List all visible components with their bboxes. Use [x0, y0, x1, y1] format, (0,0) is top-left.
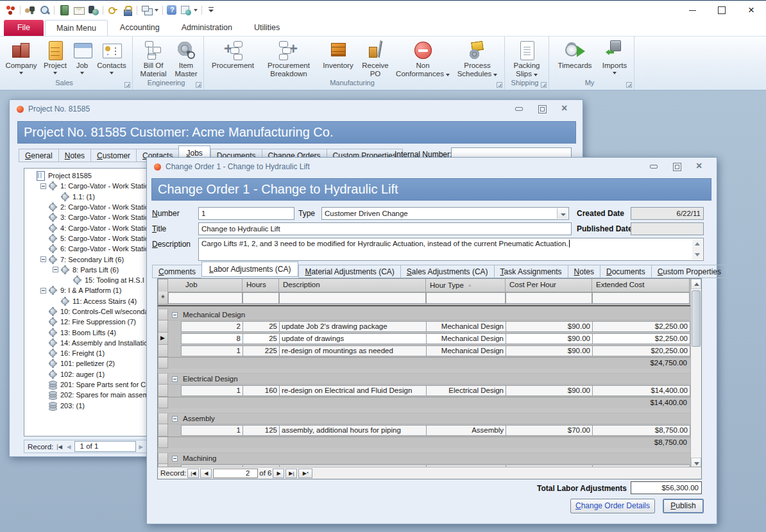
- grid-new-row[interactable]: [158, 292, 701, 304]
- ribbon-button[interactable]: Item Master: [171, 38, 201, 78]
- cell-cost-per-hour[interactable]: [506, 292, 592, 304]
- grid-row[interactable]: 1 160 re-design on Electrical and Fluid …: [158, 385, 701, 397]
- tab-comments[interactable]: Comments: [152, 265, 201, 278]
- menu-tab-accounting[interactable]: Accounting: [109, 20, 171, 36]
- help-icon[interactable]: [167, 5, 176, 15]
- tab-task-assignments[interactable]: Task Assignments: [494, 265, 568, 278]
- cell-hour-type[interactable]: Mechanical Design: [426, 333, 506, 344]
- cell-hour-type[interactable]: Assembly: [426, 425, 506, 436]
- collapse-group-icon[interactable]: [172, 376, 178, 382]
- tab-sales-adjustments-ca[interactable]: Sales Adjustments (CA): [400, 265, 494, 278]
- grid-group-header[interactable]: Machining: [158, 453, 701, 464]
- tab-custom-properties[interactable]: Custom Properties: [651, 265, 728, 278]
- collapse-group-icon[interactable]: [172, 312, 178, 318]
- tab-documents[interactable]: Documents: [600, 265, 651, 278]
- key-icon[interactable]: [107, 4, 118, 15]
- grid-row[interactable]: 8 25 update of drawings Mechanical Desig…: [158, 333, 701, 345]
- dropdown-arrow-icon[interactable]: [194, 9, 198, 12]
- ribbon-button[interactable]: Contacts: [94, 38, 130, 74]
- grid-group-header[interactable]: Electrical Design: [158, 374, 701, 385]
- search-icon[interactable]: [39, 4, 50, 15]
- window-manager-icon[interactable]: [141, 4, 152, 15]
- file-tab[interactable]: File: [4, 20, 44, 36]
- grid-row[interactable]: 1 225 re-design of mountings as needed M…: [158, 345, 701, 357]
- grid-vertical-scrollbar[interactable]: [690, 279, 701, 467]
- restore-icon[interactable]: [537, 104, 547, 113]
- column-header-job[interactable]: Job: [168, 279, 243, 292]
- ribbon-button[interactable]: Procurement: [207, 38, 259, 70]
- title-field[interactable]: Change to Hydraulic Lift: [198, 222, 572, 235]
- chevron-down-icon[interactable]: [557, 208, 568, 219]
- first-record-icon[interactable]: |◀: [55, 444, 64, 450]
- row-selector[interactable]: [158, 320, 168, 333]
- cell-extended-cost[interactable]: $2,250.00: [592, 321, 690, 332]
- minimize-icon[interactable]: [649, 162, 658, 170]
- grid-row[interactable]: 1 125 assembly, additional hours for pip…: [158, 424, 701, 436]
- grid-row[interactable]: 2 25 update Job 2's drawing package Mech…: [158, 320, 701, 333]
- row-selector[interactable]: [158, 385, 168, 397]
- column-header-extended-cost[interactable]: Extended Cost: [592, 279, 690, 292]
- close-icon[interactable]: [736, 1, 766, 20]
- scroll-up-icon[interactable]: [691, 279, 701, 289]
- dropdown-arrow-icon[interactable]: [110, 72, 114, 74]
- dropdown-arrow-icon[interactable]: [446, 74, 450, 76]
- export-data-icon[interactable]: [180, 4, 191, 15]
- record-position[interactable]: 1 of 1: [74, 441, 136, 452]
- ribbon-button[interactable]: Procurement Breakdown: [259, 38, 318, 78]
- change-order-details-button[interactable]: Change Order Details: [570, 499, 655, 513]
- cell-description[interactable]: update of drawings: [279, 333, 427, 344]
- number-field[interactable]: 1: [198, 207, 294, 220]
- tab-customer[interactable]: Customer: [90, 149, 136, 162]
- dropdown-arrow-icon[interactable]: [534, 74, 538, 76]
- dialog-launcher-icon[interactable]: [497, 82, 502, 88]
- publish-button[interactable]: Publish: [663, 499, 704, 513]
- column-header-description[interactable]: Description: [279, 279, 426, 292]
- last-record-icon[interactable]: ▶|: [285, 469, 297, 478]
- cell-hour-type[interactable]: Electrical Design: [426, 385, 506, 396]
- cell-hours[interactable]: 225: [243, 345, 280, 356]
- ribbon-button[interactable]: Bill Of Material: [135, 38, 171, 78]
- cell-job[interactable]: 1: [181, 345, 243, 356]
- dropdown-arrow-icon[interactable]: [155, 9, 158, 12]
- tree-expander-icon[interactable]: [40, 256, 46, 262]
- scroll-thumb[interactable]: [692, 290, 701, 347]
- row-selector[interactable]: [158, 333, 168, 345]
- cell-extended-cost[interactable]: [592, 292, 690, 304]
- ribbon-button[interactable]: Timecards: [552, 38, 598, 70]
- cell-job[interactable]: 2: [181, 321, 243, 332]
- ribbon-button[interactable]: Project: [40, 38, 71, 74]
- ribbon-button[interactable]: Receive PO: [358, 38, 393, 78]
- cell-cost-per-hour[interactable]: $70.00: [506, 425, 593, 436]
- cell-hours[interactable]: 25: [243, 333, 280, 344]
- close-icon[interactable]: [560, 104, 570, 113]
- find-contacts-icon[interactable]: [24, 4, 35, 15]
- tree-expander-icon[interactable]: [40, 183, 46, 189]
- cell-extended-cost[interactable]: $8,750.00: [592, 425, 690, 436]
- ribbon-button[interactable]: Job: [71, 38, 94, 74]
- ribbon-button[interactable]: Imports: [598, 38, 631, 74]
- cell-job[interactable]: 1: [181, 385, 243, 396]
- collapse-group-icon[interactable]: [172, 416, 178, 422]
- cell-hours[interactable]: 125: [243, 425, 280, 436]
- dropdown-arrow-icon[interactable]: [613, 72, 617, 74]
- dropdown-arrow-icon[interactable]: [80, 72, 84, 74]
- row-selector[interactable]: [158, 345, 168, 357]
- cell-description[interactable]: re-design of mountings as needed: [279, 345, 427, 356]
- cell-cost-per-hour[interactable]: $90.00: [506, 333, 593, 344]
- menu-tab-main-menu[interactable]: Main Menu: [45, 20, 108, 36]
- cell-description[interactable]: [279, 292, 426, 304]
- column-header-hour-type[interactable]: Hour Type: [426, 279, 506, 292]
- cell-job[interactable]: 8: [181, 333, 243, 344]
- dropdown-arrow-icon[interactable]: [53, 72, 57, 74]
- description-field[interactable]: Cargo Lifts #1, 2, and 3 need to be modi…: [198, 238, 704, 261]
- cell-extended-cost[interactable]: $2,250.00: [592, 333, 690, 344]
- cell-hours[interactable]: 25: [243, 321, 280, 332]
- dropdown-arrow-icon[interactable]: [493, 74, 497, 76]
- minimize-icon[interactable]: [677, 1, 707, 20]
- maximize-icon[interactable]: [672, 162, 681, 170]
- maximize-icon[interactable]: [707, 1, 736, 20]
- cell-hour-type[interactable]: Mechanical Design: [426, 345, 506, 356]
- previous-record-icon[interactable]: ◀: [200, 469, 212, 478]
- grid-group-header[interactable]: Mechanical Design: [158, 310, 701, 320]
- column-header-hours[interactable]: Hours: [243, 279, 279, 292]
